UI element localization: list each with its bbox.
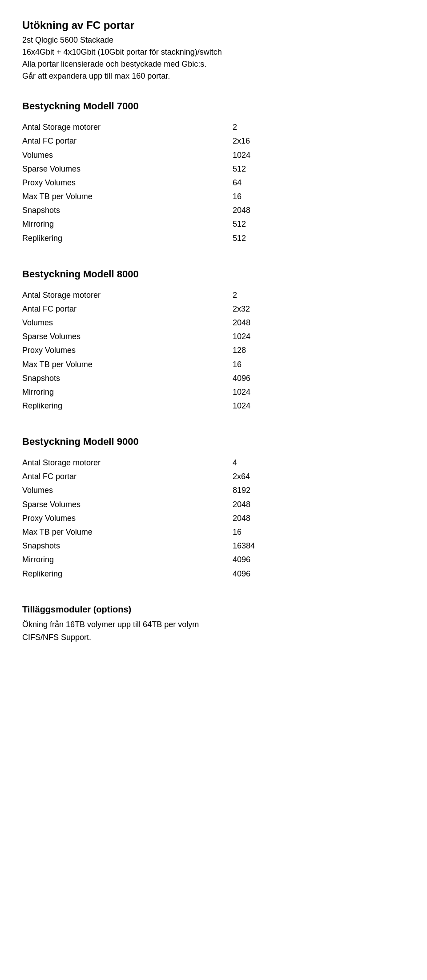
table-row: Volumes1024 [22, 148, 405, 162]
spec-value: 8192 [233, 484, 405, 497]
table-row: Sparse Volumes2048 [22, 498, 405, 512]
table-row: Antal FC portar2x64 [22, 470, 405, 484]
table-row: Antal Storage motorer2 [22, 120, 405, 134]
spec-label: Replikering [22, 232, 233, 245]
spec-value: 1024 [233, 148, 405, 162]
spec-value: 1024 [233, 385, 405, 399]
spec-label: Replikering [22, 567, 233, 581]
spec-label: Antal Storage motorer [22, 456, 233, 470]
subtitle-line2: 16x4Gbit + 4x10Gbit (10Gbit portar för s… [22, 47, 405, 58]
footer-line1: Ökning från 16TB volymer upp till 64TB p… [22, 619, 405, 630]
page-title: Utökning av FC portar [22, 18, 405, 33]
table-row: Volumes8192 [22, 484, 405, 497]
table-row: Snapshots16384 [22, 539, 405, 553]
spec-value: 1024 [233, 399, 405, 413]
footer-section: Tilläggsmoduler (options) Ökning från 16… [22, 603, 405, 643]
table-row: Mirroring512 [22, 217, 405, 231]
spec-value: 2x64 [233, 470, 405, 484]
model-8000-table: Antal Storage motorer2Antal FC portar2x3… [22, 288, 405, 413]
spec-label: Sparse Volumes [22, 162, 233, 176]
table-row: Max TB per Volume16 [22, 190, 405, 204]
spec-value: 128 [233, 344, 405, 357]
model-7000-heading: Bestyckning Modell 7000 [22, 100, 405, 113]
spec-label: Proxy Volumes [22, 176, 233, 190]
spec-value: 512 [233, 232, 405, 245]
spec-value: 2048 [233, 204, 405, 217]
table-row: Max TB per Volume16 [22, 358, 405, 372]
model-9000-heading: Bestyckning Modell 9000 [22, 435, 405, 449]
table-row: Antal FC portar2x16 [22, 134, 405, 148]
spec-label: Antal FC portar [22, 134, 233, 148]
spec-label: Antal Storage motorer [22, 288, 233, 302]
spec-label: Snapshots [22, 204, 233, 217]
spec-value: 1024 [233, 330, 405, 344]
spec-value: 2048 [233, 316, 405, 330]
table-row: Mirroring4096 [22, 553, 405, 567]
spec-label: Proxy Volumes [22, 344, 233, 357]
model-8000-section: Bestyckning Modell 8000 Antal Storage mo… [22, 268, 405, 413]
spec-value: 2 [233, 288, 405, 302]
spec-value: 2x16 [233, 134, 405, 148]
table-row: Sparse Volumes512 [22, 162, 405, 176]
spec-label: Volumes [22, 484, 233, 497]
spec-value: 2x32 [233, 302, 405, 316]
table-row: Max TB per Volume16 [22, 525, 405, 539]
model-7000-table: Antal Storage motorer2Antal FC portar2x1… [22, 120, 405, 245]
table-row: Antal Storage motorer4 [22, 456, 405, 470]
spec-value: 16384 [233, 539, 405, 553]
footer-heading: Tilläggsmoduler (options) [22, 603, 405, 616]
table-row: Sparse Volumes1024 [22, 330, 405, 344]
spec-value: 512 [233, 162, 405, 176]
spec-value: 4096 [233, 567, 405, 581]
spec-value: 16 [233, 190, 405, 204]
table-row: Snapshots4096 [22, 372, 405, 385]
spec-label: Volumes [22, 148, 233, 162]
model-7000-section: Bestyckning Modell 7000 Antal Storage mo… [22, 100, 405, 245]
table-row: Proxy Volumes128 [22, 344, 405, 357]
spec-value: 16 [233, 358, 405, 372]
spec-value: 4096 [233, 553, 405, 567]
spec-label: Antal FC portar [22, 470, 233, 484]
table-row: Snapshots2048 [22, 204, 405, 217]
spec-label: Replikering [22, 399, 233, 413]
spec-label: Antal Storage motorer [22, 120, 233, 134]
spec-label: Volumes [22, 316, 233, 330]
table-row: Replikering1024 [22, 399, 405, 413]
spec-label: Max TB per Volume [22, 190, 233, 204]
table-row: Replikering512 [22, 232, 405, 245]
table-row: Volumes2048 [22, 316, 405, 330]
spec-value: 512 [233, 217, 405, 231]
subtitle-line1: 2st Qlogic 5600 Stackade [22, 35, 405, 46]
subtitle-line4: Går att expandera upp till max 160 porta… [22, 71, 405, 82]
footer-line2: CIFS/NFS Support. [22, 632, 405, 643]
spec-value: 64 [233, 176, 405, 190]
intro-section: Utökning av FC portar 2st Qlogic 5600 St… [22, 18, 405, 82]
spec-label: Max TB per Volume [22, 358, 233, 372]
table-row: Mirroring1024 [22, 385, 405, 399]
spec-value: 4 [233, 456, 405, 470]
model-8000-heading: Bestyckning Modell 8000 [22, 268, 405, 281]
spec-label: Max TB per Volume [22, 525, 233, 539]
spec-value: 2048 [233, 512, 405, 525]
table-row: Proxy Volumes2048 [22, 512, 405, 525]
spec-value: 2048 [233, 498, 405, 512]
spec-label: Antal FC portar [22, 302, 233, 316]
table-row: Proxy Volumes64 [22, 176, 405, 190]
table-row: Antal FC portar2x32 [22, 302, 405, 316]
spec-value: 4096 [233, 372, 405, 385]
table-row: Replikering4096 [22, 567, 405, 581]
spec-label: Sparse Volumes [22, 498, 233, 512]
spec-label: Mirroring [22, 553, 233, 567]
spec-label: Mirroring [22, 385, 233, 399]
spec-label: Snapshots [22, 539, 233, 553]
spec-label: Sparse Volumes [22, 330, 233, 344]
spec-label: Mirroring [22, 217, 233, 231]
spec-label: Proxy Volumes [22, 512, 233, 525]
table-row: Antal Storage motorer2 [22, 288, 405, 302]
subtitle-line3: Alla portar licensierade och bestyckade … [22, 59, 405, 70]
spec-value: 16 [233, 525, 405, 539]
model-9000-table: Antal Storage motorer4Antal FC portar2x6… [22, 456, 405, 581]
model-9000-section: Bestyckning Modell 9000 Antal Storage mo… [22, 435, 405, 580]
spec-label: Snapshots [22, 372, 233, 385]
spec-value: 2 [233, 120, 405, 134]
